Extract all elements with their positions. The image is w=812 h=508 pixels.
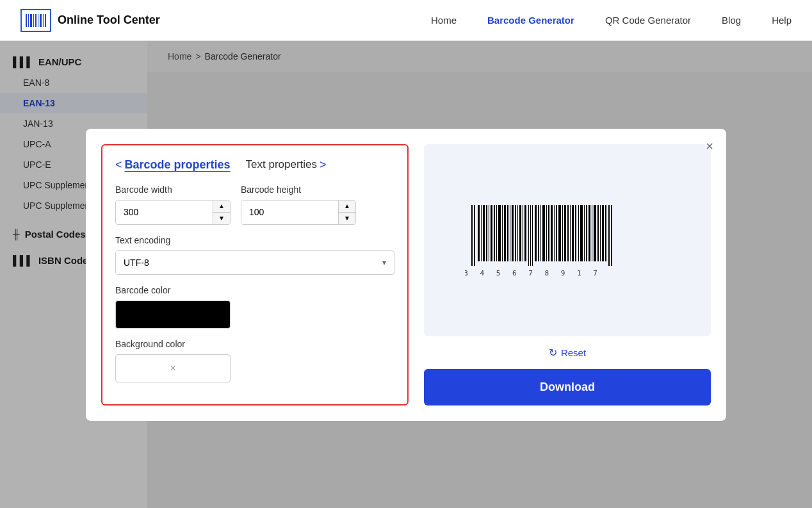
svg-rect-14 xyxy=(486,205,487,261)
header: Online Tool Center Home Barcode Generato… xyxy=(0,0,812,41)
svg-rect-23 xyxy=(510,205,510,261)
nav-qr-code-generator[interactable]: QR Code Generator xyxy=(605,15,691,26)
svg-rect-58 xyxy=(602,205,604,261)
svg-rect-43 xyxy=(562,205,563,261)
svg-rect-28 xyxy=(523,205,523,261)
svg-rect-8 xyxy=(45,14,46,27)
svg-rect-13 xyxy=(483,205,485,261)
reset-button[interactable]: ↻ Reset xyxy=(549,347,586,359)
barcode-height-field: Barcode height ▲ ▼ xyxy=(241,184,356,225)
barcode-height-increment[interactable]: ▲ xyxy=(339,201,355,213)
svg-rect-61 xyxy=(611,205,612,266)
nav-help[interactable]: Help xyxy=(772,15,792,26)
svg-rect-11 xyxy=(478,205,480,261)
logo-icon xyxy=(20,9,51,32)
svg-rect-60 xyxy=(608,205,610,266)
barcode-width-input[interactable] xyxy=(116,201,213,224)
dimensions-row: Barcode width ▲ ▼ Barcode height xyxy=(115,184,394,225)
svg-rect-50 xyxy=(580,205,583,261)
svg-rect-36 xyxy=(542,205,545,261)
tab-text-properties[interactable]: Text properties xyxy=(246,158,318,171)
svg-rect-29 xyxy=(524,205,526,261)
svg-rect-55 xyxy=(594,205,596,261)
svg-rect-1 xyxy=(28,14,29,27)
svg-rect-27 xyxy=(519,205,521,261)
svg-rect-7 xyxy=(43,14,44,27)
nav-barcode-generator[interactable]: Barcode Generator xyxy=(487,15,574,26)
barcode-width-decrement[interactable]: ▼ xyxy=(213,213,230,224)
modal-body: < Barcode properties Text properties > B… xyxy=(101,144,711,406)
tab-barcode-properties[interactable]: Barcode properties xyxy=(125,158,231,172)
svg-rect-40 xyxy=(554,205,555,261)
svg-rect-53 xyxy=(589,205,590,261)
svg-rect-39 xyxy=(551,205,553,261)
svg-rect-42 xyxy=(558,205,561,261)
svg-rect-22 xyxy=(507,205,508,261)
svg-rect-45 xyxy=(567,205,569,261)
svg-rect-3 xyxy=(33,14,34,27)
main-nav: Home Barcode Generator QR Code Generator… xyxy=(431,15,792,26)
site-title: Online Tool Center xyxy=(58,13,160,27)
svg-rect-0 xyxy=(26,14,27,27)
svg-rect-48 xyxy=(575,205,576,261)
nav-home[interactable]: Home xyxy=(431,15,457,26)
barcode-color-swatch[interactable] xyxy=(115,300,231,329)
svg-rect-57 xyxy=(600,205,601,261)
svg-rect-26 xyxy=(517,205,518,261)
svg-rect-10 xyxy=(474,205,475,266)
text-encoding-select-group[interactable]: UTF-8 ISO-8859-1 ASCII ▾ xyxy=(115,250,394,275)
barcode-height-decrement[interactable]: ▼ xyxy=(339,213,355,224)
svg-rect-52 xyxy=(586,205,587,261)
tab-prev-button[interactable]: < xyxy=(115,158,122,172)
svg-rect-2 xyxy=(30,14,32,27)
reset-icon: ↻ xyxy=(549,347,557,359)
svg-rect-24 xyxy=(512,205,514,261)
barcode-height-input-group[interactable]: ▲ ▼ xyxy=(241,200,356,225)
svg-rect-20 xyxy=(502,205,503,261)
background-color-label: Background color xyxy=(115,339,394,349)
svg-rect-35 xyxy=(540,205,541,261)
svg-rect-5 xyxy=(38,14,38,27)
barcode-width-field: Barcode width ▲ ▼ xyxy=(115,184,231,225)
barcode-color-label: Barcode color xyxy=(115,285,394,295)
modal: × < Barcode properties Text properties >… xyxy=(86,129,726,421)
svg-rect-31 xyxy=(530,205,531,266)
barcode-width-increment[interactable]: ▲ xyxy=(213,201,230,213)
svg-rect-34 xyxy=(538,205,539,261)
barcode-preview-area: 9 7 7 2 3 4 5 6 7 8 9 1 7 xyxy=(424,144,711,336)
download-button[interactable]: Download xyxy=(424,369,711,406)
svg-rect-21 xyxy=(504,205,506,261)
svg-rect-56 xyxy=(597,205,599,261)
reset-label: Reset xyxy=(561,347,586,358)
svg-rect-38 xyxy=(548,205,549,261)
barcode-height-spinners: ▲ ▼ xyxy=(338,201,355,224)
svg-rect-59 xyxy=(605,205,606,261)
barcode-svg: 9 7 7 2 3 4 5 6 7 8 9 1 7 xyxy=(465,202,670,279)
tab-row: < Barcode properties Text properties > xyxy=(115,158,394,172)
reset-row: ↻ Reset xyxy=(424,347,711,359)
svg-rect-30 xyxy=(528,205,529,266)
svg-rect-37 xyxy=(546,205,547,261)
barcode-svg-container: 9 7 7 2 3 4 5 6 7 8 9 1 7 xyxy=(465,202,670,279)
barcode-height-input[interactable] xyxy=(241,201,338,224)
svg-rect-51 xyxy=(584,205,585,261)
modal-overlay: × < Barcode properties Text properties >… xyxy=(0,41,812,508)
modal-close-button[interactable]: × xyxy=(706,139,713,154)
svg-rect-54 xyxy=(592,205,592,261)
barcode-width-input-group[interactable]: ▲ ▼ xyxy=(115,200,231,225)
tab-next-button[interactable]: > xyxy=(320,158,327,172)
nav-blog[interactable]: Blog xyxy=(722,15,741,26)
svg-rect-4 xyxy=(35,14,37,27)
select-arrow-icon: ▾ xyxy=(375,258,394,267)
svg-rect-32 xyxy=(532,205,533,266)
background-color-input[interactable]: × xyxy=(115,354,231,382)
background-color-clear-button[interactable]: × xyxy=(170,363,175,374)
barcode-height-label: Barcode height xyxy=(241,184,356,195)
text-encoding-select[interactable]: UTF-8 ISO-8859-1 ASCII xyxy=(116,251,375,274)
properties-panel: < Barcode properties Text properties > B… xyxy=(101,144,409,406)
preview-panel: 9 7 7 2 3 4 5 6 7 8 9 1 7 ↻ Reset Downlo… xyxy=(424,144,711,406)
logo-area: Online Tool Center xyxy=(20,9,160,32)
svg-rect-33 xyxy=(535,205,537,261)
svg-rect-49 xyxy=(578,205,579,261)
svg-rect-47 xyxy=(572,205,574,261)
